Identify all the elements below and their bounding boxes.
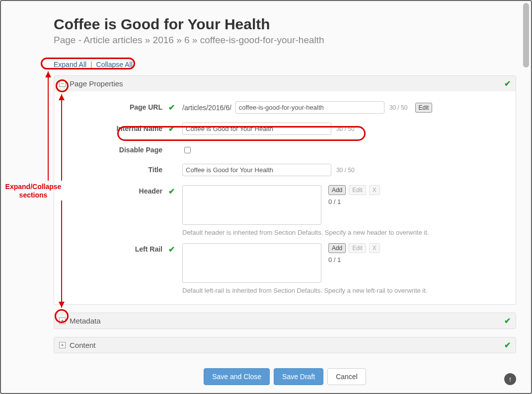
save-and-close-button[interactable]: Save and Close: [204, 368, 270, 385]
expand-collapse-bar: Expand All | Collapse All: [54, 61, 516, 68]
left-rail-helptext: Default left-rail is inherited from Sect…: [182, 287, 501, 294]
row-internal-name: Internal Name ✔ 30 / 50: [69, 123, 501, 135]
label-internal-name: Internal Name: [69, 123, 168, 132]
title-input[interactable]: [182, 164, 331, 176]
row-left-rail: Left Rail ✔ Add Edit X 0 / 1 Default lef…: [69, 243, 501, 294]
check-icon: ✔: [504, 316, 511, 326]
section-page-properties: − Page Properties ✔ Page URL ✔ /articles…: [54, 75, 516, 305]
separator: |: [88, 61, 94, 68]
left-rail-area-box[interactable]: [182, 243, 321, 283]
scrollbar[interactable]: [523, 3, 529, 67]
page-url-input[interactable]: [235, 101, 384, 114]
header-helptext: Default header is inherited from Section…: [182, 229, 501, 236]
url-prefix: /articles/2016/6/: [182, 104, 233, 112]
page-url-counter: 30 / 50: [389, 104, 413, 111]
left-rail-edit-button: Edit: [349, 243, 366, 253]
row-header: Header ✔ Add Edit X 0 / 1 Default header…: [69, 185, 501, 236]
save-draft-button[interactable]: Save Draft: [274, 368, 323, 385]
check-icon: ✔: [504, 79, 511, 88]
header-edit-button: Edit: [349, 185, 366, 195]
header-delete-button: X: [369, 185, 380, 195]
section-title: Page Properties: [70, 79, 504, 88]
collapse-all-link[interactable]: Collapse All: [96, 61, 133, 68]
header-count: 0 / 1: [328, 198, 381, 205]
label-disable-page: Disable Page: [69, 144, 168, 154]
disable-page-checkbox[interactable]: [184, 147, 191, 153]
section-title: Metadata: [70, 317, 504, 325]
check-icon: ✔: [168, 103, 175, 112]
check-icon: ✔: [168, 187, 175, 196]
check-icon: ✔: [504, 340, 511, 350]
internal-name-input[interactable]: [182, 123, 331, 135]
row-disable-page: Disable Page: [69, 144, 501, 155]
left-rail-add-button[interactable]: Add: [328, 243, 346, 253]
breadcrumb: Page - Article articles » 2016 » 6 » cof…: [54, 35, 516, 46]
left-rail-delete-button: X: [369, 243, 380, 253]
section-title: Content: [70, 341, 504, 349]
row-page-url: Page URL ✔ /articles/2016/6/ 30 / 50 Edi…: [69, 101, 501, 114]
section-header-content[interactable]: + Content ✔: [54, 337, 516, 353]
check-icon: ✔: [168, 245, 175, 254]
label-left-rail: Left Rail: [69, 243, 168, 253]
label-title: Title: [69, 164, 168, 174]
section-content: + Content ✔: [54, 337, 516, 353]
label-header: Header: [69, 185, 168, 195]
section-header-page-properties[interactable]: − Page Properties ✔: [54, 76, 516, 91]
page-url-edit-button[interactable]: Edit: [415, 103, 433, 113]
expand-all-link[interactable]: Expand All: [54, 61, 86, 68]
section-metadata: + Metadata ✔: [54, 313, 516, 329]
footer-buttons: Save and Close Save Draft Cancel: [204, 368, 366, 385]
title-counter: 30 / 50: [336, 167, 360, 174]
toggle-icon[interactable]: +: [59, 318, 66, 324]
header-area-box[interactable]: [182, 185, 321, 225]
label-page-url: Page URL: [69, 101, 168, 111]
section-header-metadata[interactable]: + Metadata ✔: [54, 313, 516, 328]
check-icon: ✔: [168, 125, 175, 133]
toggle-icon[interactable]: +: [59, 342, 66, 348]
toggle-icon[interactable]: −: [59, 80, 66, 87]
left-rail-count: 0 / 1: [328, 256, 381, 263]
page-title: Coffee is Good for Your Health: [54, 16, 516, 33]
scroll-to-top-icon[interactable]: ↑: [504, 373, 516, 385]
cancel-button[interactable]: Cancel: [327, 368, 366, 385]
header-add-button[interactable]: Add: [328, 185, 346, 195]
row-title: Title 30 / 50: [69, 164, 501, 176]
internal-name-counter: 30 / 50: [336, 126, 360, 132]
